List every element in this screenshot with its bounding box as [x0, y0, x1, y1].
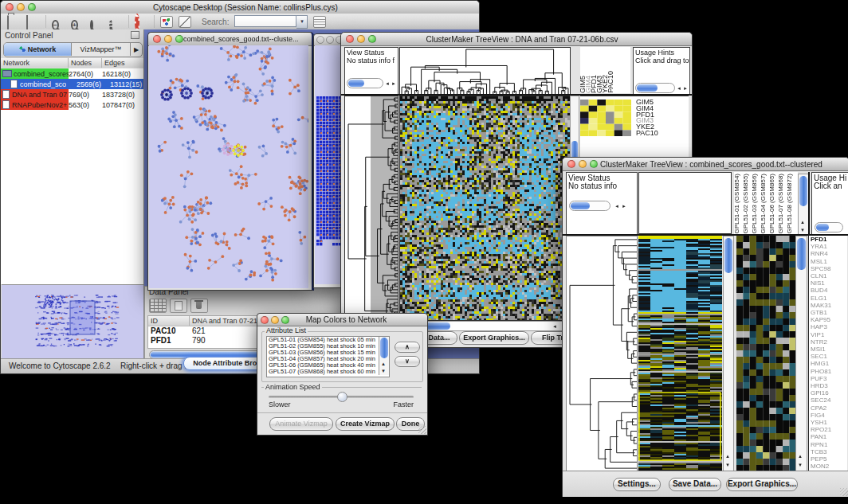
network2-canvas[interactable]	[315, 45, 343, 284]
column-dendrogram[interactable]	[399, 47, 571, 95]
vizmapper-icon[interactable]	[160, 16, 173, 28]
list-item[interactable]: PEP5	[809, 455, 847, 463]
list-item[interactable]: GPL51-08 (GSM872)	[787, 174, 795, 234]
treeview-combined-title-bar[interactable]: ClusterMaker TreeView : combined_scores_…	[563, 158, 848, 171]
export-graphics-button[interactable]: Export Graphics...	[726, 478, 798, 491]
view-status-scrollbar[interactable]	[569, 201, 610, 211]
birdseye-view[interactable]	[2, 284, 143, 359]
network2-title-bar[interactable]	[314, 34, 344, 46]
list-item[interactable]: HRD3	[809, 382, 847, 389]
scroll-up-icon[interactable]: ▴	[724, 453, 732, 459]
network-tree-row[interactable]: DNA and Tran 07769(0)183728(0)	[1, 89, 143, 100]
export-graphics-button[interactable]: Export Graphics...	[459, 331, 529, 345]
list-item[interactable]: MSL1	[809, 258, 847, 265]
zoom-window-icon[interactable]	[281, 316, 289, 324]
move-up-button[interactable]: ∧	[395, 342, 420, 353]
list-item[interactable]: YRA1	[809, 243, 847, 250]
scroll-right-icon[interactable]: ▸	[681, 85, 689, 91]
heatmap-vscrollbar[interactable]: ▴ ▾	[723, 236, 734, 472]
close-icon[interactable]	[316, 36, 324, 44]
dialog-title-bar[interactable]: Map Colors to Network	[257, 314, 427, 326]
list-item[interactable]: MAK31	[809, 302, 847, 309]
zoom-heatmap[interactable]	[736, 236, 795, 471]
zoom-vscrollbar[interactable]: ▴ ▾	[795, 236, 807, 472]
float-panel-icon[interactable]	[131, 31, 139, 39]
usage-scrollbar[interactable]	[815, 222, 843, 232]
heatmap-global-view[interactable]	[399, 96, 571, 321]
scroll-down-icon[interactable]: ▾	[799, 227, 807, 232]
speed-slider[interactable]	[269, 396, 414, 398]
minimize-icon[interactable]	[326, 36, 334, 44]
row-dendrogram[interactable]	[344, 96, 398, 321]
zoom-window-icon[interactable]	[28, 3, 36, 11]
list-item[interactable]: GTB1	[809, 309, 847, 316]
list-item[interactable]: PAC10	[608, 71, 614, 93]
list-item[interactable]: PHO81	[809, 368, 847, 375]
close-icon[interactable]	[346, 35, 354, 43]
zoom-out-icon[interactable]: −	[52, 16, 65, 28]
row-dendrogram[interactable]	[566, 236, 638, 472]
new-attribute-icon[interactable]	[170, 299, 187, 313]
minimize-icon[interactable]	[17, 3, 25, 11]
network-tree-row[interactable]: RNAPuberNov2+563(0)107847(0)	[1, 100, 143, 110]
zoom-window-icon[interactable]	[368, 35, 376, 43]
window-controls[interactable]	[261, 316, 289, 324]
settings-button[interactable]: Settings...	[613, 478, 661, 491]
column-labels-vscrollbar[interactable]: ▴ ▾	[798, 174, 809, 236]
animate-vizmap-button[interactable]: Animate Vizmap	[269, 417, 333, 431]
col-header-network[interactable]: Network	[1, 58, 69, 68]
gene-name-list[interactable]: PFD1YRA1RNR4MSL1SPC98CLN1NIS1BUD4ELG1MAK…	[808, 236, 847, 471]
save-session-icon[interactable]	[26, 16, 40, 28]
list-item[interactable]: PAN1	[809, 433, 847, 440]
zoom-in-icon[interactable]: +	[71, 16, 84, 28]
window-controls[interactable]	[316, 36, 344, 44]
minimize-icon[interactable]	[579, 160, 587, 168]
network-canvas[interactable]	[149, 45, 308, 288]
delete-attribute-icon[interactable]	[190, 299, 208, 313]
list-item[interactable]: PFD1	[809, 236, 847, 243]
main-title-bar[interactable]: Cytoscape Desktop (Session Name: collins…	[1, 1, 479, 14]
create-vizmap-button[interactable]: Create Vizmap	[336, 417, 395, 431]
list-item[interactable]: NIS1	[809, 279, 847, 287]
attribute-listbox[interactable]: GPL51-01 (GSM854) heat shock 05 minGPL51…	[266, 336, 390, 377]
list-item[interactable]: BUD4	[809, 287, 847, 294]
list-item[interactable]: PAC10	[636, 131, 658, 137]
search-input[interactable]	[234, 15, 296, 27]
help-lifesaver-icon[interactable]	[135, 16, 148, 28]
col-header-edges[interactable]: Edges	[102, 58, 143, 68]
list-item[interactable]: SEC1	[809, 353, 847, 360]
usage-scrollbar[interactable]	[635, 83, 675, 93]
list-item[interactable]: CLN1	[809, 272, 847, 279]
close-icon[interactable]	[6, 3, 14, 11]
close-icon[interactable]	[567, 160, 575, 168]
network-tree-row[interactable]: combined_sco2569(6)13112(15)	[1, 79, 143, 89]
column-tree-area[interactable]	[638, 172, 732, 234]
move-down-button[interactable]: ∨	[395, 356, 420, 367]
close-icon[interactable]	[261, 316, 269, 324]
slider-thumb[interactable]	[337, 392, 347, 402]
save-data-button[interactable]: Save Data...	[669, 478, 721, 491]
resize-grip[interactable]	[418, 426, 426, 434]
window-controls[interactable]	[6, 3, 36, 11]
window-controls[interactable]	[153, 35, 183, 43]
minimize-icon[interactable]	[271, 316, 279, 324]
heatmap-global-view[interactable]	[638, 236, 722, 471]
tab-vizmapper[interactable]: VizMapper™	[72, 43, 131, 56]
zoom-selected-icon[interactable]	[90, 16, 104, 28]
list-item[interactable]: CPA2	[809, 404, 847, 412]
network-tree-row[interactable]: combined_scores_2764(0)16218(0)	[1, 68, 143, 79]
list-vscrollbar[interactable]: ▴ ▾	[379, 337, 389, 375]
close-icon[interactable]	[153, 35, 161, 43]
zoom-fit-icon[interactable]	[109, 16, 123, 28]
list-item[interactable]: RNR4	[809, 250, 847, 257]
attribute-browser-icon[interactable]	[313, 16, 326, 28]
list-item[interactable]: TCB3	[809, 448, 847, 455]
list-item[interactable]: YSH1	[809, 419, 847, 426]
list-item[interactable]: HAP3	[809, 323, 847, 330]
zoom-window-icon[interactable]	[590, 160, 598, 168]
list-item[interactable]: KAP95	[809, 316, 847, 323]
scroll-up-icon[interactable]: ▴	[799, 219, 807, 225]
list-item[interactable]: HMG1	[809, 360, 847, 367]
tab-network[interactable]: Network	[4, 43, 72, 56]
resize-grip[interactable]	[840, 488, 848, 496]
